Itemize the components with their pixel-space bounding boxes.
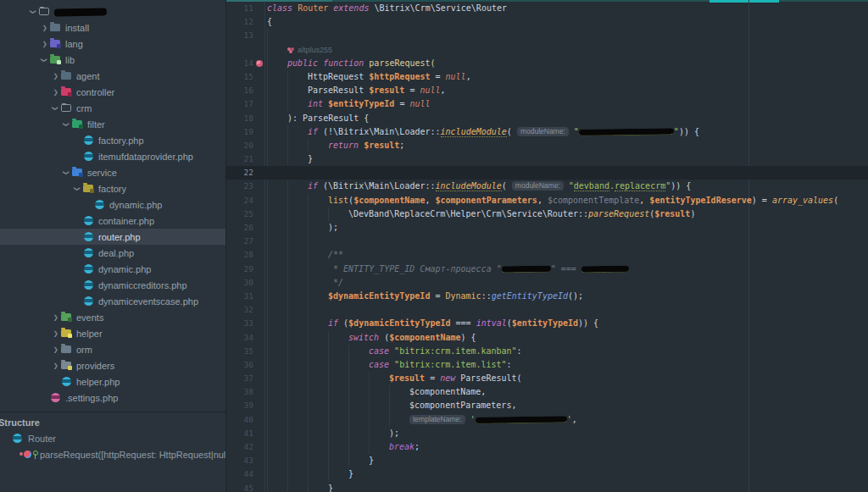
line-number[interactable]: 19: [226, 125, 265, 139]
line-number[interactable]: 23: [226, 180, 265, 193]
code-line[interactable]: 17int $entityTypeId = null: [226, 97, 868, 111]
code-line[interactable]: 28/**: [226, 248, 868, 262]
code-line[interactable]: 15HttpRequest $httpRequest = null,: [226, 70, 868, 84]
code-line[interactable]: 40templateName: '',: [226, 413, 868, 427]
line-number[interactable]: 31: [226, 290, 265, 303]
line-number[interactable]: 18: [226, 112, 265, 125]
chevron-down-icon[interactable]: [50, 104, 61, 113]
tree-item-factory[interactable]: factory: [0, 180, 225, 196]
tree-item-itemufdataprovider-php[interactable]: itemufdataprovider.php: [0, 148, 225, 164]
tree-item-router-php[interactable]: router.php: [0, 229, 225, 245]
line-number[interactable]: 37: [226, 372, 265, 385]
code-editor[interactable]: 11class Router extends \Bitrix\Crm\Servi…: [226, 0, 868, 492]
line-number[interactable]: 14: [226, 57, 265, 70]
code-line[interactable]: 32: [226, 303, 868, 317]
code-line[interactable]: 44}: [226, 467, 868, 481]
author-name[interactable]: altplus255: [298, 43, 332, 57]
tree-item-filter[interactable]: filter: [0, 116, 225, 132]
chevron-right-icon[interactable]: [50, 72, 61, 80]
line-number[interactable]: 28: [226, 248, 265, 262]
code-line[interactable]: 25\DevBand\ReplaceCrm\Helper\Crm\Service…: [226, 207, 868, 221]
line-number[interactable]: 17: [226, 97, 265, 111]
line-number[interactable]: 40: [226, 413, 265, 427]
code-line[interactable]: 26);: [226, 221, 868, 235]
tree-item-root[interactable]: [0, 3, 225, 19]
code-line[interactable]: 30 */: [226, 276, 868, 290]
tree-item-container-php[interactable]: container.php: [0, 213, 225, 229]
line-number[interactable]: 24: [226, 194, 265, 207]
code-line[interactable]: 36case "bitrix:crm.item.list":: [226, 358, 868, 372]
tree-item-dynamic-php[interactable]: dynamic.php: [0, 261, 225, 277]
overrides-method-icon[interactable]: [256, 60, 263, 67]
tree-item-lang[interactable]: lang: [0, 36, 225, 52]
line-number[interactable]: 11: [226, 2, 265, 15]
code-line[interactable]: 35case "bitrix:crm.item.kanban":: [226, 345, 868, 358]
structure-item-parserequest[interactable]: parseRequest([httpRequest: HttpRequest|n…: [0, 446, 225, 462]
code-author-annotation-row[interactable]: altplus255: [226, 43, 868, 57]
code-line[interactable]: 20return $result;: [226, 139, 868, 152]
chevron-right-icon[interactable]: [50, 362, 61, 370]
line-number[interactable]: 27: [226, 235, 265, 248]
tree-item-helper[interactable]: helper: [0, 325, 225, 341]
code-line[interactable]: 13: [226, 29, 868, 42]
tree-item-dynamiceventscase-php[interactable]: dynamiceventscase.php: [0, 293, 225, 309]
line-number[interactable]: 15: [226, 70, 265, 84]
line-number[interactable]: 41: [226, 427, 265, 440]
code-line[interactable]: 29 * ENTITY_TYPE_ID Смарт-процесса "" ==…: [226, 263, 868, 276]
code-line[interactable]: 24list($componentName, $componentParamet…: [226, 194, 868, 207]
code-line[interactable]: 43}: [226, 454, 868, 467]
line-number[interactable]: 42: [226, 440, 265, 454]
line-number[interactable]: 44: [226, 467, 265, 481]
chevron-right-icon[interactable]: [50, 329, 61, 338]
line-number[interactable]: 26: [226, 221, 265, 235]
line-number[interactable]: 16: [226, 84, 265, 97]
project-tree[interactable]: installlanglibagentcontrollercrmfilterfa…: [0, 0, 225, 412]
tree-item-install[interactable]: install: [0, 19, 225, 36]
line-number[interactable]: 33: [226, 317, 265, 330]
line-number[interactable]: 38: [226, 385, 265, 399]
line-number[interactable]: 13: [226, 29, 265, 42]
tree-item-controller[interactable]: controller: [0, 84, 225, 100]
line-number[interactable]: 34: [226, 331, 265, 345]
code-line[interactable]: 37$result = new ParseResult(: [226, 372, 868, 385]
line-number[interactable]: 20: [226, 139, 265, 152]
code-line[interactable]: 27: [226, 235, 868, 248]
code-line[interactable]: 16ParseResult $result = null,: [226, 84, 868, 97]
line-number[interactable]: 22: [226, 166, 265, 180]
tree-item-deal-php[interactable]: deal.php: [0, 245, 225, 261]
line-number[interactable]: 21: [226, 152, 265, 166]
tree-item-helper-php[interactable]: helper.php: [0, 373, 225, 390]
line-number[interactable]: 25: [226, 207, 265, 221]
line-number[interactable]: 29: [226, 263, 265, 276]
code-line[interactable]: 18): ParseResult {: [226, 112, 868, 125]
tree-item-settings-php[interactable]: .settings.php: [0, 390, 225, 406]
line-number[interactable]: 32: [226, 303, 265, 317]
code-line[interactable]: 39$componentParameters,: [226, 399, 868, 412]
code-line[interactable]: 23if (\Bitrix\Main\Loader::includeModule…: [226, 180, 868, 193]
line-number[interactable]: 35: [226, 345, 265, 358]
line-number[interactable]: 39: [226, 399, 265, 412]
chevron-right-icon[interactable]: [39, 40, 50, 48]
line-number[interactable]: 12: [226, 15, 265, 29]
chevron-right-icon[interactable]: [50, 88, 61, 97]
tree-item-lib[interactable]: lib: [0, 52, 225, 68]
code-line[interactable]: 22: [226, 166, 868, 180]
code-line[interactable]: 31$dynamicEntityTypeId = Dynamic::getEnt…: [226, 290, 868, 303]
code-line[interactable]: 41);: [226, 427, 868, 440]
line-number[interactable]: [226, 43, 265, 57]
tree-item-orm[interactable]: orm: [0, 341, 225, 357]
tree-item-dynamic-php[interactable]: dynamic.php: [0, 196, 225, 213]
code-line[interactable]: 45}: [226, 482, 868, 492]
code-line[interactable]: 11class Router extends \Bitrix\Crm\Servi…: [226, 2, 868, 15]
code-line[interactable]: 14public function parseRequest(: [226, 57, 868, 70]
chevron-right-icon[interactable]: [50, 346, 61, 354]
code-line[interactable]: 33if ($dynamicEntityTypeId === intval($e…: [226, 317, 868, 330]
tree-item-dynamiccreditors-php[interactable]: dynamiccreditors.php: [0, 277, 225, 293]
tree-item-events[interactable]: events: [0, 309, 225, 325]
chevron-down-icon[interactable]: [28, 8, 39, 16]
code-line[interactable]: 12{: [226, 15, 868, 29]
chevron-down-icon[interactable]: [39, 56, 50, 64]
chevron-down-icon[interactable]: [61, 169, 72, 177]
code-line[interactable]: 42break;: [226, 440, 868, 454]
chevron-right-icon[interactable]: [39, 24, 50, 32]
